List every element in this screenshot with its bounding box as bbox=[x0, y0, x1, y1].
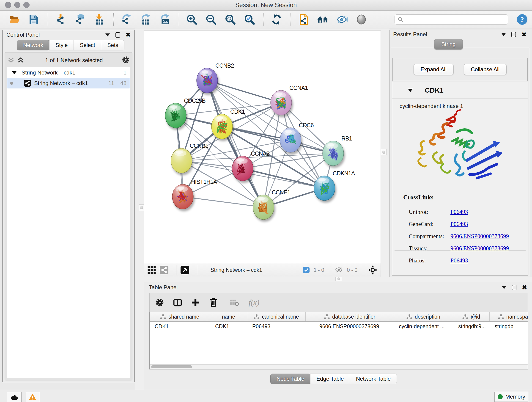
zoom-in-button[interactable] bbox=[185, 13, 198, 26]
tab-sets[interactable]: Sets bbox=[101, 40, 124, 51]
column-header-namespace[interactable]: namespace bbox=[490, 313, 528, 321]
tab-style[interactable]: Style bbox=[49, 40, 74, 51]
help-button[interactable]: ? bbox=[516, 14, 528, 25]
column-header-description[interactable]: description bbox=[394, 313, 453, 321]
export-table-button[interactable] bbox=[139, 13, 152, 26]
table-cell[interactable]: stringdb:9... bbox=[453, 322, 490, 331]
warnings-button[interactable] bbox=[25, 392, 40, 402]
expand-all-icon[interactable] bbox=[7, 57, 15, 64]
crosslink-link-pharos[interactable]: P06493 bbox=[450, 257, 468, 264]
delete-column-icon[interactable] bbox=[207, 297, 219, 308]
crosslink-link-genecard[interactable]: P06493 bbox=[450, 221, 468, 227]
network-view-icon[interactable] bbox=[160, 266, 168, 274]
search-input[interactable] bbox=[405, 16, 505, 23]
table-cell[interactable]: 9606.ENSP00000378699 bbox=[306, 322, 394, 331]
collection-expander-icon[interactable] bbox=[12, 71, 17, 74]
float-panel-icon[interactable] bbox=[512, 285, 516, 290]
table-cell[interactable]: stringdb bbox=[490, 322, 528, 331]
table-cell[interactable]: CDK1 bbox=[150, 322, 210, 331]
crosslink-link-uniprot[interactable]: P06493 bbox=[450, 209, 468, 215]
tab-network[interactable]: Network bbox=[17, 40, 50, 51]
move-crosshair-icon[interactable] bbox=[368, 265, 377, 274]
search-field[interactable] bbox=[394, 14, 508, 25]
column-header-shared-name[interactable]: shared name bbox=[150, 313, 210, 321]
column-header-canonical-name[interactable]: canonical name bbox=[247, 313, 306, 321]
close-panel-icon[interactable]: ✖ bbox=[521, 32, 526, 37]
network-options-gear-icon[interactable] bbox=[122, 56, 130, 65]
left-splitter-handle[interactable] bbox=[139, 204, 144, 211]
collapse-all-button[interactable]: Collapse All bbox=[464, 64, 507, 75]
close-panel-icon[interactable]: ✖ bbox=[126, 32, 131, 38]
float-panel-icon[interactable] bbox=[115, 32, 120, 38]
column-header--id[interactable]: @id bbox=[453, 313, 490, 321]
birdseye-view-icon[interactable] bbox=[181, 266, 189, 274]
refresh-button[interactable] bbox=[270, 13, 283, 26]
table-cell[interactable]: cyclin-dependent ... bbox=[394, 322, 453, 331]
hidden-eye-icon[interactable] bbox=[335, 267, 343, 274]
minimize-window-button[interactable] bbox=[14, 2, 20, 8]
zoom-out-button[interactable] bbox=[204, 13, 218, 26]
panel-menu-icon[interactable] bbox=[501, 33, 506, 36]
close-window-button[interactable] bbox=[5, 2, 11, 8]
export-network-button[interactable] bbox=[120, 13, 133, 26]
network-node-CCNE1[interactable]: CCNE1 bbox=[253, 189, 290, 220]
tab-edge-table[interactable]: Edge Table bbox=[310, 374, 350, 384]
import-network-button[interactable] bbox=[54, 13, 67, 26]
import-table-button[interactable] bbox=[93, 13, 106, 26]
add-column-icon[interactable] bbox=[190, 297, 201, 308]
table-cell[interactable]: P06493 bbox=[247, 322, 306, 331]
network-canvas[interactable]: CCNB2 CCNA1 CDC25B CDK1 CDC6 bbox=[144, 31, 381, 263]
table-settings-gear-icon[interactable] bbox=[154, 297, 166, 308]
network-edge[interactable] bbox=[207, 80, 281, 103]
right-splitter-handle[interactable] bbox=[381, 149, 386, 155]
network-node-CDK1[interactable]: CDK1 bbox=[211, 108, 245, 139]
network-node-CDKN1A[interactable]: CDKN1A bbox=[314, 170, 355, 201]
save-session-button[interactable] bbox=[27, 13, 40, 26]
tab-select[interactable]: Select bbox=[74, 40, 101, 51]
table-h-scrollbar[interactable] bbox=[150, 364, 528, 369]
crosslink-link-compartments[interactable]: 9606.ENSP00000378699 bbox=[450, 233, 509, 240]
open-folder-button[interactable] bbox=[8, 13, 21, 26]
cloud-status-button[interactable] bbox=[7, 392, 22, 402]
crosslink-link-tissues[interactable]: 9606.ENSP00000378699 bbox=[450, 245, 509, 252]
zoom-window-button[interactable] bbox=[23, 2, 30, 8]
float-panel-icon[interactable] bbox=[511, 32, 516, 37]
network-node-CCNB1[interactable]: CCNB1 bbox=[171, 143, 208, 173]
scrollbar-thumb[interactable] bbox=[151, 365, 192, 368]
zoom-selected-button[interactable] bbox=[243, 13, 256, 26]
show-columns-icon[interactable] bbox=[172, 297, 184, 308]
delete-table-icon[interactable] bbox=[228, 297, 240, 308]
network-row[interactable]: String Network – cdk1 11 48 bbox=[7, 78, 130, 89]
collapse-all-icon[interactable] bbox=[17, 57, 25, 64]
hide-show-button[interactable] bbox=[336, 13, 349, 26]
memory-button[interactable]: Memory bbox=[494, 392, 528, 402]
function-builder-icon[interactable]: f(x) bbox=[249, 298, 259, 307]
selected-checkbox-icon[interactable] bbox=[303, 267, 310, 273]
table-cell[interactable]: CDK1 bbox=[210, 322, 247, 331]
preview-eye-button[interactable] bbox=[355, 13, 368, 26]
home-pair-button[interactable] bbox=[316, 13, 329, 26]
table-row[interactable]: CDK1CDK1P064939606.ENSP00000378699cyclin… bbox=[150, 322, 528, 331]
export-image-button[interactable] bbox=[158, 13, 171, 26]
network-node-CCNA1[interactable]: CCNA1 bbox=[271, 85, 308, 115]
network-collection-row[interactable]: String Network – cdk1 1 bbox=[7, 67, 130, 78]
import-database-button[interactable] bbox=[73, 13, 87, 26]
grid-view-icon[interactable] bbox=[147, 266, 156, 274]
column-header-database-identifier[interactable]: database identifier bbox=[306, 313, 394, 321]
cdk1-section-header[interactable]: CDK1 bbox=[392, 82, 528, 99]
network-node-CCNB2[interactable]: CCNB2 bbox=[196, 62, 234, 93]
network-node-HIST1H1A[interactable]: HIST1H1A bbox=[172, 179, 217, 209]
bottom-splitter-handle[interactable] bbox=[336, 276, 342, 281]
column-header-name[interactable]: name bbox=[210, 313, 247, 321]
panel-menu-icon[interactable] bbox=[502, 286, 506, 289]
share-document-button[interactable] bbox=[297, 13, 310, 26]
tab-string[interactable]: String bbox=[434, 39, 463, 50]
network-edge[interactable] bbox=[207, 80, 264, 207]
tab-node-table[interactable]: Node Table bbox=[270, 374, 310, 384]
section-collapse-icon[interactable] bbox=[408, 89, 413, 92]
zoom-fit-button[interactable] bbox=[224, 13, 237, 26]
network-edge[interactable] bbox=[183, 197, 264, 207]
close-panel-icon[interactable]: ✖ bbox=[522, 284, 527, 290]
panel-menu-icon[interactable] bbox=[105, 33, 110, 36]
network-node-RB1[interactable]: RB1 bbox=[323, 135, 352, 166]
